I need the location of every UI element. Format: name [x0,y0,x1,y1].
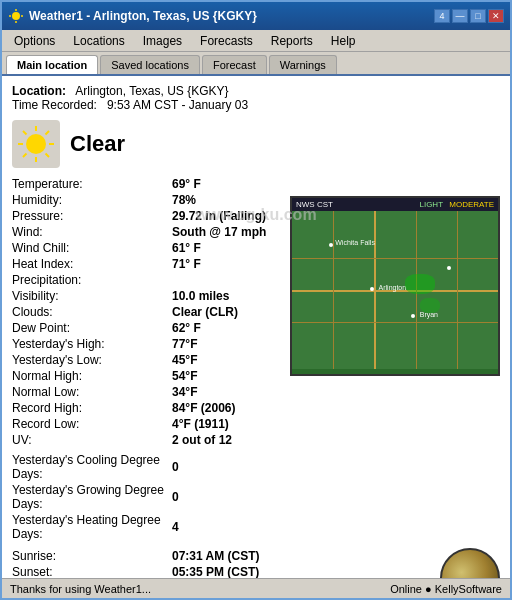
weather-data-row: Temperature:69° F [12,176,500,192]
tab-main-location[interactable]: Main location [6,55,98,74]
sun-moon-row: Sunset:05:35 PM (CST) [12,564,430,578]
row-label: Normal Low: [12,384,172,400]
row-label: Yesterday's Low: [12,352,172,368]
dd-label: Yesterday's Cooling Degree Days: [12,452,172,482]
degree-days-table: Yesterday's Cooling Degree Days:0Yesterd… [12,452,500,542]
row-label: Wind Chill: [12,240,172,256]
sm-value: 07:31 AM (CST) [172,548,430,564]
minimize-button[interactable]: — [452,9,468,23]
close-button[interactable]: ✕ [488,9,504,23]
dd-value: 0 [172,482,500,512]
row-label: Temperature: [12,176,172,192]
menu-bar: Options Locations Images Forecasts Repor… [2,30,510,52]
maximize-button[interactable]: □ [470,9,486,23]
menu-images[interactable]: Images [135,32,190,50]
title-controls: 4 — □ ✕ [434,9,504,23]
sm-value: 05:35 PM (CST) [172,564,430,578]
map-header-left: NWS CST [296,200,333,209]
row-label: Wind: [12,224,172,240]
degree-day-row: Yesterday's Heating Degree Days:4 [12,512,500,542]
status-bar: Thanks for using Weather1... Online ● Ke… [2,578,510,598]
tab-warnings[interactable]: Warnings [269,55,337,74]
tab-forecast[interactable]: Forecast [202,55,267,74]
sun-moon-row: Sunrise:07:31 AM (CST) [12,548,430,564]
menu-reports[interactable]: Reports [263,32,321,50]
svg-point-6 [26,134,46,154]
row-label: Yesterday's High: [12,336,172,352]
pin-button[interactable]: 4 [434,9,450,23]
degree-day-row: Yesterday's Cooling Degree Days:0 [12,452,500,482]
sun-icon [12,120,60,168]
sun-moon-table: Sunrise:07:31 AM (CST)Sunset:05:35 PM (C… [12,548,430,578]
status-right: Online ● KellySoftware [390,583,502,595]
tabs-bar: Main location Saved locations Forecast W… [2,52,510,76]
sm-label: Sunrise: [12,548,172,564]
map-header: NWS CST LIGHT MODERATE [292,198,498,211]
sm-label: Sunset: [12,564,172,578]
row-label: Clouds: [12,304,172,320]
row-label: Pressure: [12,208,172,224]
dd-value: 4 [172,512,500,542]
condition-text: Clear [70,131,125,157]
map-moderate-label: MODERATE [449,200,494,209]
row-value: 4°F (1911) [172,416,500,432]
title-bar-left: Weather1 - Arlington, Texas, US {KGKY} [8,8,257,24]
weather-map: NWS CST LIGHT MODERATE [290,196,500,376]
time-line: Time Recorded: 9:53 AM CST - January 03 [12,98,500,112]
row-label: Normal High: [12,368,172,384]
sun-moon-data: Sunrise:07:31 AM (CST)Sunset:05:35 PM (C… [12,548,430,578]
content-area: Location: Arlington, Texas, US {KGKY} Ti… [2,76,510,578]
sunrise-section: Sunrise:07:31 AM (CST)Sunset:05:35 PM (C… [12,548,500,578]
row-label: Heat Index: [12,256,172,272]
row-label: Record Low: [12,416,172,432]
dd-value: 0 [172,452,500,482]
svg-point-0 [12,12,20,20]
row-label: UV: [12,432,172,448]
weather-data-row: Normal Low:34°F [12,384,500,400]
weather-data-row: Record Low:4°F (1911) [12,416,500,432]
row-label: Precipitation: [12,272,172,288]
map-header-right: LIGHT MODERATE [419,200,494,209]
map-light-label: LIGHT [419,200,443,209]
tab-saved-locations[interactable]: Saved locations [100,55,200,74]
degree-day-row: Yesterday's Growing Degree Days:0 [12,482,500,512]
row-value: 69° F [172,176,500,192]
status-left: Thanks for using Weather1... [10,583,151,595]
weather-header: Clear [12,120,500,168]
window-title: Weather1 - Arlington, Texas, US {KGKY} [29,9,257,23]
time-value: 9:53 AM CST - January 03 [107,98,248,112]
row-label: Dew Point: [12,320,172,336]
row-label: Humidity: [12,192,172,208]
weather-data-row: Record High:84°F (2006) [12,400,500,416]
app-icon [8,8,24,24]
menu-options[interactable]: Options [6,32,63,50]
time-label: Time Recorded: [12,98,97,112]
row-value: 84°F (2006) [172,400,500,416]
row-label: Record High: [12,400,172,416]
map-body: Wichita Falls Arlington Bryan [292,211,498,369]
menu-forecasts[interactable]: Forecasts [192,32,261,50]
menu-help[interactable]: Help [323,32,364,50]
scroll-area[interactable]: Location: Arlington, Texas, US {KGKY} Ti… [2,76,510,578]
location-info: Location: Arlington, Texas, US {KGKY} Ti… [12,84,500,112]
menu-locations[interactable]: Locations [65,32,132,50]
dd-label: Yesterday's Growing Degree Days: [12,482,172,512]
main-window: Weather1 - Arlington, Texas, US {KGKY} 4… [0,0,512,600]
row-value: 34°F [172,384,500,400]
title-bar: Weather1 - Arlington, Texas, US {KGKY} 4… [2,2,510,30]
row-value: 2 out of 12 [172,432,500,448]
moon-image [440,548,500,578]
weather-data-row: UV:2 out of 12 [12,432,500,448]
location-line: Location: Arlington, Texas, US {KGKY} [12,84,500,98]
location-label: Location: [12,84,66,98]
map-inner: NWS CST LIGHT MODERATE [292,198,498,374]
dd-label: Yesterday's Heating Degree Days: [12,512,172,542]
location-value: Arlington, Texas, US {KGKY} [75,84,228,98]
row-label: Visibility: [12,288,172,304]
